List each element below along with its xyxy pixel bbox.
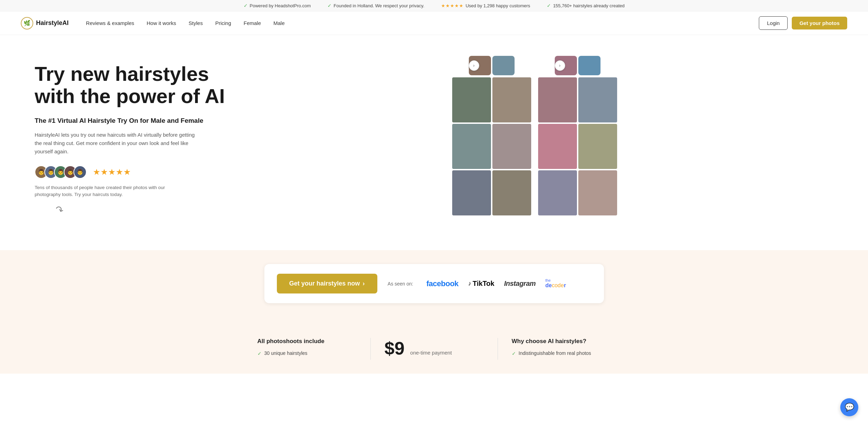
topbar-text-1: Powered by HeadshotPro.com: [250, 3, 311, 8]
feature-col-2: $9 one-time payment: [371, 338, 498, 360]
female-photo-3: [538, 124, 577, 169]
hero-section: Try new hairstyles with the power of AI …: [0, 35, 868, 250]
feature-item-1: ✓ 30 unique hairstyles: [257, 350, 357, 356]
female-row-3: [538, 170, 617, 215]
feature-col-3: Why choose AI hairstyles? ✓ Indistinguis…: [498, 338, 625, 360]
male-next-arrow[interactable]: ›: [469, 60, 479, 71]
female-photo-section: ‹ ›: [538, 56, 617, 217]
topbar-text-3: Used by 1,298 happy customers: [466, 3, 530, 8]
tiktok-icon: ♪: [468, 280, 471, 287]
tiktok-logo: ♪ TikTok: [468, 280, 494, 288]
hero-right: ‹ › ‹ ›: [229, 56, 840, 236]
male-row-3: [452, 170, 531, 215]
topbar-item-4: ✓ 155,760+ hairstyles already created: [547, 3, 624, 8]
hero-title: Try new hairstyles with the power of AI: [35, 63, 229, 107]
cta-arrow-icon: ›: [363, 280, 365, 287]
top-bar: ✓ Powered by HeadshotPro.com ✓ Founded i…: [0, 0, 868, 11]
nav-actions: Login Get your photos: [759, 16, 847, 30]
cta-hairstyles-label: Get your hairstyles now: [289, 280, 360, 287]
topbar-text-4: 155,760+ hairstyles already created: [553, 3, 624, 8]
feature-text-3: Indistinguishable from real photos: [519, 350, 591, 356]
male-after-photo: [492, 56, 515, 75]
arrow-hint: ↷: [54, 203, 65, 217]
male-row-2: [452, 124, 531, 169]
logo-icon: 🌿: [21, 17, 33, 29]
nav-pricing[interactable]: Pricing: [215, 20, 231, 26]
male-photo-6: [492, 170, 531, 215]
female-photo-2: [578, 77, 617, 122]
feature-title-1: All photoshoots include: [257, 338, 357, 345]
features-grid: All photoshoots include ✓ 30 unique hair…: [244, 338, 625, 360]
nav-reviews[interactable]: Reviews & examples: [86, 20, 134, 26]
logo-text: HairstyleAI: [36, 19, 69, 27]
female-photo-6: [578, 170, 617, 215]
price-label: one-time payment: [410, 350, 452, 356]
star-icon-3: ★★★★★: [441, 3, 464, 8]
feature-item-3: ✓ Indistinguishable from real photos: [512, 350, 611, 356]
male-photo-4: [492, 124, 531, 169]
hero-subtitle: The #1 Virtual AI Hairstyle Try On for M…: [35, 117, 229, 125]
male-row-1: [452, 77, 531, 122]
male-photo-3: [452, 124, 491, 169]
check-icon-2: ✓: [327, 3, 332, 8]
check-icon-4: ✓: [547, 3, 551, 8]
feature-text-1: 30 unique hairstyles: [264, 350, 308, 356]
topbar-item-3: ★★★★★ Used by 1,298 happy customers: [441, 3, 530, 8]
check-icon-1: ✓: [244, 3, 248, 8]
nav-how-it-works[interactable]: How it works: [147, 20, 176, 26]
facebook-logo: facebook: [427, 279, 459, 288]
bottom-banner: Get your hairstyles now › As seen on: fa…: [0, 250, 868, 317]
cta-card: Get your hairstyles now › As seen on: fa…: [264, 264, 604, 303]
decoder-logo: the decoder: [545, 279, 566, 289]
login-button[interactable]: Login: [759, 16, 788, 30]
female-row-2: [538, 124, 617, 169]
topbar-item-1: ✓ Powered by HeadshotPro.com: [244, 3, 311, 8]
hero-social-text: Tens of thousands of people have created…: [35, 184, 180, 198]
navbar: 🌿 HairstyleAI Reviews & examples How it …: [0, 11, 868, 35]
social-proof: 👨 👨 👨 👨 👨 ★★★★★: [35, 165, 229, 179]
male-photo-2: [492, 77, 531, 122]
male-photo-1: [452, 77, 491, 122]
female-photo-4: [578, 124, 617, 169]
feat-check-icon-1: ✓: [257, 351, 262, 356]
nav-male[interactable]: Male: [273, 20, 285, 26]
rating-stars: ★★★★★: [93, 167, 131, 177]
female-after-photo: [578, 56, 600, 75]
female-before-after-preview: ‹ ›: [555, 56, 600, 75]
get-photos-button[interactable]: Get your photos: [792, 17, 847, 29]
price-display: $9: [385, 338, 405, 358]
topbar-text-2: Founded in Holland. We respect your priv…: [334, 3, 424, 8]
male-before-after-preview: ‹ ›: [469, 56, 515, 75]
social-logos: facebook ♪ TikTok Instagram the decoder: [427, 279, 566, 289]
male-photo-5: [452, 170, 491, 215]
feature-col-1: All photoshoots include ✓ 30 unique hair…: [244, 338, 370, 360]
as-seen-on-label: As seen on:: [388, 281, 413, 287]
hero-left: Try new hairstyles with the power of AI …: [35, 56, 229, 236]
hero-desc: HairstyleAI lets you try out new haircut…: [35, 131, 201, 156]
avatars: 👨 👨 👨 👨 👨: [35, 165, 83, 179]
topbar-item-2: ✓ Founded in Holland. We respect your pr…: [327, 3, 424, 8]
nav-styles[interactable]: Styles: [188, 20, 203, 26]
feature-title-3: Why choose AI hairstyles?: [512, 338, 611, 345]
female-photo-5: [538, 170, 577, 215]
nav-links: Reviews & examples How it works Styles P…: [86, 20, 759, 26]
avatar-5: 👨: [73, 165, 87, 179]
female-photo-1: [538, 77, 577, 122]
female-row-1: [538, 77, 617, 122]
female-next-arrow[interactable]: ›: [555, 60, 565, 71]
male-photo-section: ‹ ›: [452, 56, 531, 217]
features-section: All photoshoots include ✓ 30 unique hair…: [0, 317, 868, 374]
instagram-logo: Instagram: [504, 280, 536, 288]
cta-hairstyles-button[interactable]: Get your hairstyles now ›: [277, 274, 377, 293]
logo[interactable]: 🌿 HairstyleAI: [21, 17, 69, 29]
feat-check-icon-3: ✓: [512, 351, 516, 356]
nav-female[interactable]: Female: [244, 20, 261, 26]
